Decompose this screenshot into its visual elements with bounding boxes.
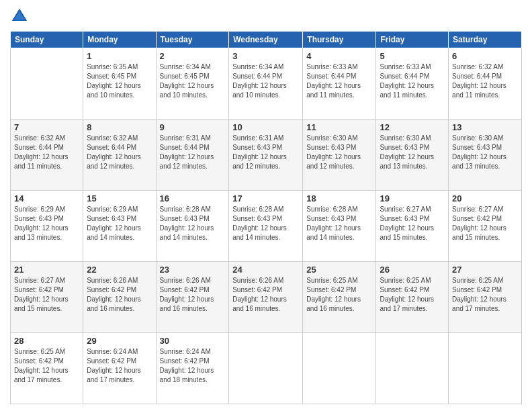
day-info: Sunrise: 6:30 AM Sunset: 6:43 PM Dayligh… (452, 134, 518, 171)
day-number: 6 (452, 51, 518, 61)
day-info: Sunrise: 6:25 AM Sunset: 6:42 PM Dayligh… (14, 347, 79, 385)
calendar-cell: 16Sunrise: 6:28 AM Sunset: 6:43 PM Dayli… (156, 191, 229, 262)
day-number: 3 (232, 51, 299, 61)
header-day-sunday: Sunday (11, 32, 83, 48)
day-number: 5 (380, 51, 445, 61)
day-number: 10 (232, 122, 299, 132)
day-number: 13 (452, 122, 518, 132)
day-info: Sunrise: 6:32 AM Sunset: 6:44 PM Dayligh… (87, 134, 152, 171)
day-number: 4 (306, 51, 372, 61)
calendar-cell: 21Sunrise: 6:27 AM Sunset: 6:42 PM Dayli… (11, 262, 83, 333)
calendar-cell (11, 48, 83, 120)
calendar-table: SundayMondayTuesdayWednesdayThursdayFrid… (10, 31, 522, 404)
calendar-cell: 11Sunrise: 6:30 AM Sunset: 6:43 PM Dayli… (303, 120, 376, 191)
day-info: Sunrise: 6:25 AM Sunset: 6:42 PM Dayligh… (380, 276, 445, 314)
day-number: 23 (160, 265, 226, 275)
page: SundayMondayTuesdayWednesdayThursdayFrid… (0, 0, 532, 411)
calendar-week-1: 1Sunrise: 6:35 AM Sunset: 6:45 PM Daylig… (11, 48, 522, 120)
day-number: 26 (380, 265, 445, 275)
logo-icon (10, 7, 29, 26)
day-number: 2 (160, 51, 226, 61)
day-number: 24 (232, 265, 299, 275)
day-number: 1 (87, 51, 152, 61)
day-number: 25 (306, 265, 372, 275)
calendar-cell: 3Sunrise: 6:34 AM Sunset: 6:44 PM Daylig… (229, 48, 303, 120)
calendar-cell: 12Sunrise: 6:30 AM Sunset: 6:43 PM Dayli… (376, 120, 449, 191)
day-number: 18 (306, 193, 372, 203)
calendar-cell: 5Sunrise: 6:33 AM Sunset: 6:44 PM Daylig… (376, 48, 449, 120)
day-number: 20 (452, 193, 518, 203)
day-number: 30 (160, 336, 226, 346)
day-info: Sunrise: 6:34 AM Sunset: 6:45 PM Dayligh… (160, 62, 226, 100)
day-info: Sunrise: 6:28 AM Sunset: 6:43 PM Dayligh… (232, 205, 299, 242)
day-info: Sunrise: 6:33 AM Sunset: 6:44 PM Dayligh… (306, 62, 372, 100)
calendar-cell: 28Sunrise: 6:25 AM Sunset: 6:42 PM Dayli… (11, 333, 83, 404)
calendar-cell: 14Sunrise: 6:29 AM Sunset: 6:43 PM Dayli… (11, 191, 83, 262)
day-info: Sunrise: 6:33 AM Sunset: 6:44 PM Dayligh… (380, 62, 445, 100)
day-info: Sunrise: 6:26 AM Sunset: 6:42 PM Dayligh… (87, 276, 152, 314)
calendar-cell: 26Sunrise: 6:25 AM Sunset: 6:42 PM Dayli… (376, 262, 449, 333)
header-day-wednesday: Wednesday (229, 32, 303, 48)
day-number: 15 (87, 193, 152, 203)
day-info: Sunrise: 6:30 AM Sunset: 6:43 PM Dayligh… (306, 134, 372, 171)
day-info: Sunrise: 6:24 AM Sunset: 6:42 PM Dayligh… (87, 347, 152, 385)
day-info: Sunrise: 6:25 AM Sunset: 6:42 PM Dayligh… (452, 276, 518, 314)
calendar-week-4: 21Sunrise: 6:27 AM Sunset: 6:42 PM Dayli… (11, 262, 522, 333)
calendar-cell: 9Sunrise: 6:31 AM Sunset: 6:44 PM Daylig… (156, 120, 229, 191)
calendar-cell: 10Sunrise: 6:31 AM Sunset: 6:43 PM Dayli… (229, 120, 303, 191)
day-info: Sunrise: 6:31 AM Sunset: 6:43 PM Dayligh… (232, 134, 299, 171)
day-number: 22 (87, 265, 152, 275)
calendar-cell: 19Sunrise: 6:27 AM Sunset: 6:43 PM Dayli… (376, 191, 449, 262)
header-day-tuesday: Tuesday (156, 32, 229, 48)
day-number: 29 (87, 336, 152, 346)
day-number: 17 (232, 193, 299, 203)
calendar-cell (303, 333, 376, 404)
day-number: 12 (380, 122, 445, 132)
header-day-thursday: Thursday (303, 32, 376, 48)
calendar-week-5: 28Sunrise: 6:25 AM Sunset: 6:42 PM Dayli… (11, 333, 522, 404)
calendar-cell: 15Sunrise: 6:29 AM Sunset: 6:43 PM Dayli… (83, 191, 156, 262)
day-info: Sunrise: 6:26 AM Sunset: 6:42 PM Dayligh… (232, 276, 299, 314)
calendar-cell: 29Sunrise: 6:24 AM Sunset: 6:42 PM Dayli… (83, 333, 156, 404)
day-info: Sunrise: 6:28 AM Sunset: 6:43 PM Dayligh… (160, 205, 226, 242)
calendar-cell: 25Sunrise: 6:25 AM Sunset: 6:42 PM Dayli… (303, 262, 376, 333)
calendar-cell: 18Sunrise: 6:28 AM Sunset: 6:43 PM Dayli… (303, 191, 376, 262)
day-info: Sunrise: 6:32 AM Sunset: 6:44 PM Dayligh… (14, 134, 79, 171)
calendar-cell (376, 333, 449, 404)
day-number: 19 (380, 193, 445, 203)
day-info: Sunrise: 6:29 AM Sunset: 6:43 PM Dayligh… (87, 205, 152, 242)
day-info: Sunrise: 6:28 AM Sunset: 6:43 PM Dayligh… (306, 205, 372, 242)
day-info: Sunrise: 6:30 AM Sunset: 6:43 PM Dayligh… (380, 134, 445, 171)
calendar-cell: 24Sunrise: 6:26 AM Sunset: 6:42 PM Dayli… (229, 262, 303, 333)
calendar-cell: 4Sunrise: 6:33 AM Sunset: 6:44 PM Daylig… (303, 48, 376, 120)
calendar-header-row: SundayMondayTuesdayWednesdayThursdayFrid… (11, 32, 522, 48)
day-number: 11 (306, 122, 372, 132)
day-number: 27 (452, 265, 518, 275)
calendar-cell: 22Sunrise: 6:26 AM Sunset: 6:42 PM Dayli… (83, 262, 156, 333)
calendar-cell: 23Sunrise: 6:26 AM Sunset: 6:42 PM Dayli… (156, 262, 229, 333)
calendar-cell: 30Sunrise: 6:24 AM Sunset: 6:42 PM Dayli… (156, 333, 229, 404)
calendar-week-2: 7Sunrise: 6:32 AM Sunset: 6:44 PM Daylig… (11, 120, 522, 191)
day-info: Sunrise: 6:35 AM Sunset: 6:45 PM Dayligh… (87, 62, 152, 100)
calendar-cell: 13Sunrise: 6:30 AM Sunset: 6:43 PM Dayli… (449, 120, 522, 191)
day-number: 9 (160, 122, 226, 132)
calendar-cell: 27Sunrise: 6:25 AM Sunset: 6:42 PM Dayli… (449, 262, 522, 333)
day-number: 16 (160, 193, 226, 203)
day-info: Sunrise: 6:27 AM Sunset: 6:42 PM Dayligh… (452, 205, 518, 242)
day-info: Sunrise: 6:24 AM Sunset: 6:42 PM Dayligh… (160, 347, 226, 385)
day-info: Sunrise: 6:25 AM Sunset: 6:42 PM Dayligh… (306, 276, 372, 314)
calendar-cell: 6Sunrise: 6:32 AM Sunset: 6:44 PM Daylig… (449, 48, 522, 120)
day-number: 21 (14, 265, 79, 275)
day-info: Sunrise: 6:27 AM Sunset: 6:42 PM Dayligh… (14, 276, 79, 314)
calendar-cell: 8Sunrise: 6:32 AM Sunset: 6:44 PM Daylig… (83, 120, 156, 191)
day-info: Sunrise: 6:27 AM Sunset: 6:43 PM Dayligh… (380, 205, 445, 242)
day-info: Sunrise: 6:29 AM Sunset: 6:43 PM Dayligh… (14, 205, 79, 242)
calendar-cell (449, 333, 522, 404)
day-number: 28 (14, 336, 79, 346)
day-info: Sunrise: 6:26 AM Sunset: 6:42 PM Dayligh… (160, 276, 226, 314)
day-number: 7 (14, 122, 79, 132)
header-day-monday: Monday (83, 32, 156, 48)
header-day-friday: Friday (376, 32, 449, 48)
day-info: Sunrise: 6:32 AM Sunset: 6:44 PM Dayligh… (452, 62, 518, 100)
calendar-cell: 2Sunrise: 6:34 AM Sunset: 6:45 PM Daylig… (156, 48, 229, 120)
